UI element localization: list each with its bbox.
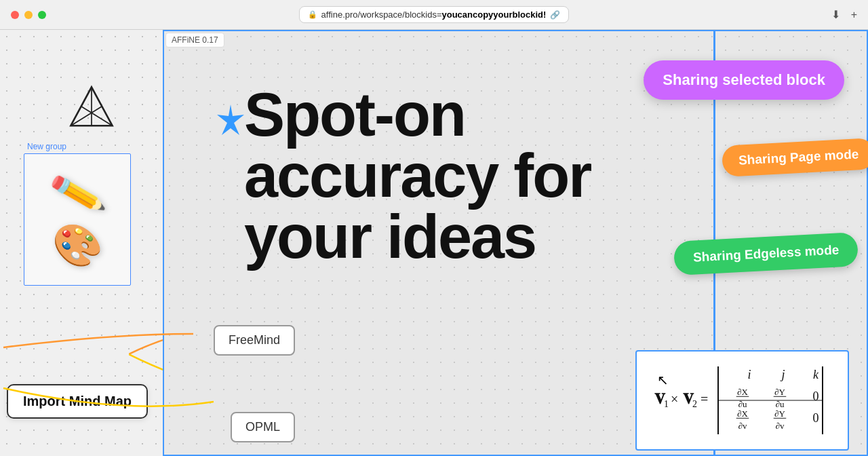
freemind-connector <box>3 314 234 368</box>
svg-text:i: i <box>747 368 751 381</box>
maximize-button[interactable] <box>38 11 46 19</box>
url-text: affine.pro/workspace/blockids=youcancopy… <box>321 10 547 20</box>
sharing-edgeless-mode-pill[interactable]: Sharing Edgeless mode <box>673 232 859 276</box>
add-tab-icon[interactable]: + <box>851 9 857 21</box>
canvas[interactable]: New group ✏️ 🎨 Import Mind Map AFFiNE 0.… <box>0 30 868 456</box>
svg-text:k: k <box>813 368 819 381</box>
download-icon[interactable]: ⬇ <box>831 8 840 21</box>
address-bar[interactable]: 🔒 affine.pro/workspace/blockids=youcanco… <box>299 6 570 23</box>
svg-text:j: j <box>780 368 785 381</box>
math-formula-box: ↖ 𝐕 1 × 𝐕 2 = i j k ∂X <box>635 350 849 451</box>
pencil-sticker: ✏️ <box>47 164 108 223</box>
svg-text:2: 2 <box>692 399 697 409</box>
svg-text:=: = <box>701 392 708 406</box>
opml-connector <box>3 375 254 442</box>
sharing-selected-block-pill[interactable]: Sharing selected block <box>644 60 844 100</box>
link-icon: 🔗 <box>550 10 560 20</box>
browser-chrome: 🔒 affine.pro/workspace/blockids=youcanco… <box>0 0 868 30</box>
sharing-page-mode-pill[interactable]: Sharing Page mode <box>722 138 868 177</box>
group-box: ✏️ 🎨 <box>24 153 131 286</box>
lock-icon: 🔒 <box>308 10 317 19</box>
new-group-label: New group <box>27 142 66 151</box>
affine-logo <box>68 84 115 134</box>
svg-text:∂v: ∂v <box>775 421 784 431</box>
svg-text:0: 0 <box>812 411 818 425</box>
math-formula: 𝐕 1 × 𝐕 2 = i j k ∂X ── ∂u ∂Y <box>648 360 837 441</box>
palette-sticker: 🎨 <box>52 221 103 269</box>
svg-text:∂u: ∂u <box>775 399 784 409</box>
traffic-lights <box>11 11 46 19</box>
sparkle-star <box>214 101 248 150</box>
main-content: AFFiNE 0.17 Spot-on accuracy for your id… <box>163 30 868 456</box>
close-button[interactable] <box>11 11 19 19</box>
svg-text:∂u: ∂u <box>738 399 747 409</box>
svg-text:×: × <box>671 392 678 406</box>
svg-text:1: 1 <box>664 399 669 409</box>
main-heading: Spot-on accuracy for your ideas <box>244 84 698 267</box>
version-badge: AFFiNE 0.17 <box>165 33 224 48</box>
svg-text:0: 0 <box>812 390 818 403</box>
minimize-button[interactable] <box>24 11 33 19</box>
svg-text:∂v: ∂v <box>738 421 747 431</box>
browser-actions: ⬇ + <box>831 8 857 21</box>
cursor-icon: ↖ <box>657 372 669 388</box>
